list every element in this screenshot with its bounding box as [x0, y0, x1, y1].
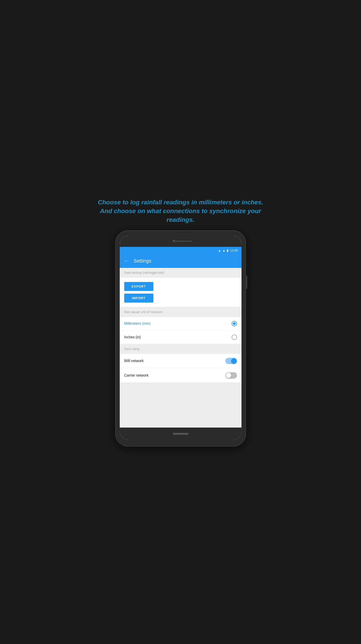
- wifi-network-item: Wifi network: [120, 354, 241, 368]
- carrier-network-label: Carrier network: [124, 374, 149, 378]
- rain-gauge-section-header: Rain gauge unit of measure: [120, 307, 241, 317]
- import-button[interactable]: IMPORT: [124, 294, 153, 302]
- signal-icon: ▲: [222, 249, 226, 252]
- rain-gauge-label: Rain gauge unit of measure: [124, 310, 163, 314]
- inches-option[interactable]: Inches (in): [120, 330, 241, 344]
- status-time: 12:00: [230, 249, 238, 252]
- wifi-toggle[interactable]: [225, 358, 237, 364]
- carrier-network-item: Carrier network: [120, 368, 241, 382]
- millimeters-radio[interactable]: [232, 321, 237, 326]
- millimeters-label: Millimeters (mm): [124, 322, 151, 326]
- radio-inner: [233, 322, 236, 325]
- data-backup-section-header: Data backup (rainlogger.bak): [120, 268, 241, 278]
- speaker-bar: [174, 240, 192, 242]
- app-bar: ← Settings: [120, 254, 241, 268]
- millimeters-option[interactable]: Millimeters (mm): [120, 317, 241, 330]
- app-bar-title: Settings: [134, 258, 152, 264]
- top-description: Choose to log rainfall readings in milli…: [90, 198, 271, 224]
- wifi-network-label: Wifi network: [124, 359, 144, 363]
- battery-icon: ▮: [227, 249, 228, 252]
- phone-frame: ▲ ▲ ▮ 12:00 ← Settings Data backup (rain…: [116, 231, 245, 446]
- back-button[interactable]: ←: [124, 258, 129, 264]
- buttons-area: EXPORT IMPORT: [120, 278, 241, 307]
- page-wrapper: Choose to log rainfall readings in milli…: [90, 198, 271, 446]
- sync-section-header: Sync using: [120, 344, 241, 354]
- sync-using-label: Sync using: [124, 347, 139, 350]
- status-bar: ▲ ▲ ▮ 12:00: [120, 247, 241, 254]
- carrier-toggle[interactable]: [225, 372, 237, 378]
- export-button[interactable]: EXPORT: [124, 282, 153, 291]
- sync-options: Wifi network Carrier network: [120, 354, 241, 383]
- bottom-empty-section: [120, 383, 241, 428]
- inches-radio[interactable]: [232, 334, 237, 340]
- phone-top-bar: [120, 236, 241, 247]
- inches-label: Inches (in): [124, 335, 141, 339]
- phone-bottom-bar: [120, 428, 241, 440]
- unit-options: Millimeters (mm) Inches (in): [120, 317, 241, 344]
- phone-screen: ▲ ▲ ▮ 12:00 ← Settings Data backup (rain…: [120, 236, 241, 440]
- status-icons: ▲ ▲ ▮ 12:00: [218, 249, 238, 252]
- home-button[interactable]: [173, 433, 188, 435]
- data-backup-label: Data backup (rainlogger.bak): [124, 271, 165, 274]
- settings-content: Data backup (rainlogger.bak) EXPORT IMPO…: [120, 268, 241, 428]
- wifi-status-icon: ▲: [218, 249, 221, 252]
